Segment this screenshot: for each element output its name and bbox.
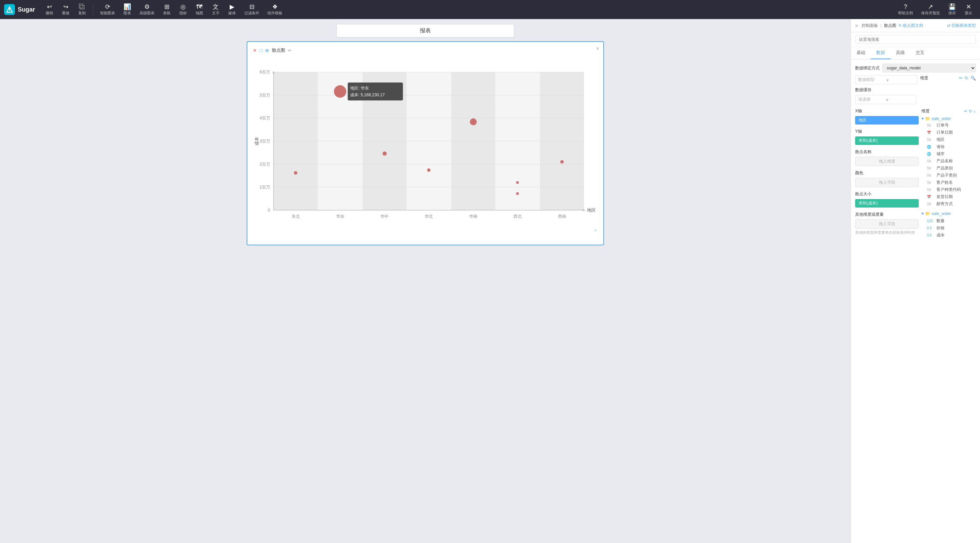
chart-edit-button[interactable]: ✏ bbox=[288, 48, 292, 53]
binding-mode-label: 数据绑定方式 bbox=[855, 65, 880, 71]
dim-item-ship-method[interactable]: Str 邮寄方式 bbox=[921, 200, 976, 208]
dim-item-city[interactable]: 🌐 城市 bbox=[921, 150, 976, 157]
edit-icon[interactable]: ✏ bbox=[964, 109, 967, 114]
dim-type-str-8: Str bbox=[927, 202, 934, 206]
dim-item-product-subcat[interactable]: Str 产品子类别 bbox=[921, 172, 976, 179]
dimension-folder[interactable]: ▾ 📁 sale_order bbox=[921, 115, 976, 122]
dim-item-order-date[interactable]: 📅 订单日期 bbox=[921, 129, 976, 136]
x-label-dongbei: 东北 bbox=[292, 214, 300, 219]
data-point-huadong[interactable] bbox=[334, 86, 347, 98]
dim-item-order-no[interactable]: Str 订单号 bbox=[921, 122, 976, 129]
chart-link-button[interactable]: □ bbox=[259, 48, 262, 53]
edit-dimension-button[interactable]: ✏ bbox=[959, 76, 963, 81]
undo-button[interactable]: ↩ 撤销 bbox=[42, 2, 57, 17]
data-point-huazhong[interactable] bbox=[382, 151, 387, 156]
chart-button[interactable]: 📊 图表 bbox=[120, 2, 135, 17]
x-axis-section: X轴 地区 bbox=[855, 108, 919, 124]
search-icon[interactable]: ⌕ bbox=[974, 109, 976, 114]
dim-item-province[interactable]: 🌐 省份 bbox=[921, 143, 976, 150]
table-button[interactable]: ⊞ 表格 bbox=[159, 2, 174, 17]
dim-name-city: 城市 bbox=[937, 151, 945, 157]
save-preview-icon: ↗ bbox=[928, 4, 933, 10]
canvas-area: 报表 ✕ □ ⊕ 散点图 ✏ ∨ bbox=[0, 19, 851, 543]
smart-chart-button[interactable]: ⟳ 智能图表 bbox=[97, 2, 118, 17]
toolbar: Sugar ↩ 撤销 ↪ 重做 ⿻ 复制 ⟳ 智能图表 📊 图表 ⚙ 高级图表 … bbox=[0, 0, 980, 19]
measure-folder[interactable]: ▾ 📁 sale_order bbox=[921, 210, 976, 218]
measure-item-quantity[interactable]: 123 数量 bbox=[921, 218, 976, 225]
data-cache-select[interactable]: 请选择 ∨ bbox=[855, 95, 916, 104]
dim-type-str-7: Str bbox=[927, 188, 934, 192]
switch-chart-link[interactable]: ⇄ 切换图表类型 bbox=[947, 23, 976, 29]
chart-collapse-button[interactable]: ∨ bbox=[596, 46, 599, 51]
dim-item-customer-name[interactable]: Str 客户姓名 bbox=[921, 179, 976, 186]
media-button[interactable]: ▶ 媒体 bbox=[224, 2, 240, 17]
x-label-xinan: 西南 bbox=[558, 214, 566, 219]
advanced-chart-button[interactable]: ⚙ 高级图表 bbox=[136, 2, 158, 17]
refresh-icon: ↻ bbox=[898, 23, 902, 28]
chart-close-button[interactable]: ✕ bbox=[253, 48, 257, 53]
y-label-0: 0 bbox=[268, 208, 270, 213]
table-label: 表格 bbox=[163, 11, 170, 16]
other-placeholder: 拖入字段 bbox=[855, 219, 919, 229]
dim-actions: ✏ ↻ ⌕ bbox=[964, 109, 976, 114]
panel-collapse-button[interactable]: » bbox=[855, 22, 858, 29]
filter-button[interactable]: ⊟ 过滤条件 bbox=[241, 2, 263, 17]
save-preview-button[interactable]: ↗ 保存并预览 bbox=[918, 2, 943, 17]
metric-icon: ◎ bbox=[180, 4, 186, 10]
dimension-measure-panel: 维度 ✏ ↻ 🔍 bbox=[920, 75, 976, 84]
data-point-xibei-2[interactable] bbox=[516, 192, 519, 195]
data-point-dongbei[interactable] bbox=[294, 171, 298, 175]
dim-type-globe-2: 🌐 bbox=[927, 152, 934, 156]
settings-search-input[interactable] bbox=[855, 35, 976, 44]
data-model-label: 数据模型 bbox=[858, 77, 886, 83]
dim-name-product-subcat: 产品子类别 bbox=[937, 173, 957, 178]
dim-item-region[interactable]: Str 地区 bbox=[921, 136, 976, 143]
component-button[interactable]: ❖ 组件模板 bbox=[264, 2, 286, 17]
dim-name-region: 地区 bbox=[937, 137, 945, 143]
exit-button[interactable]: ✕ 退出 bbox=[961, 2, 976, 17]
data-point-xibei-1[interactable] bbox=[516, 181, 519, 184]
save-button[interactable]: 💾 保存 bbox=[945, 2, 959, 17]
help-icon: ? bbox=[904, 4, 907, 10]
chart-header: ✕ □ ⊕ 散点图 ✏ bbox=[253, 47, 598, 53]
redo-button[interactable]: ↪ 重做 bbox=[58, 2, 73, 17]
data-point-xinan[interactable] bbox=[560, 160, 563, 164]
help-button[interactable]: ? 帮助文档 bbox=[894, 2, 916, 17]
tab-advanced[interactable]: 高级 bbox=[891, 47, 910, 59]
chart-resize-handle[interactable]: ⌟ bbox=[594, 226, 597, 232]
dim-item-product-name[interactable]: Str 产品名称 bbox=[921, 157, 976, 165]
dim-item-customer-code[interactable]: Str 客户种类代码 bbox=[921, 186, 976, 193]
color-section: 颜色 拖入字段 bbox=[855, 170, 919, 187]
y-axis-section: Y轴 求和(成本) bbox=[855, 129, 919, 145]
tab-basic[interactable]: 基础 bbox=[851, 47, 871, 59]
binding-mode-select[interactable]: sugar_data_model bbox=[882, 64, 976, 73]
app-name: Sugar bbox=[18, 6, 35, 13]
data-point-huabei[interactable] bbox=[427, 168, 430, 172]
tab-interact[interactable]: 交互 bbox=[910, 47, 930, 59]
save-preview-label: 保存并预览 bbox=[921, 11, 940, 16]
data-cache-placeholder: 请选择 bbox=[858, 97, 886, 102]
text-button[interactable]: 文 文字 bbox=[208, 2, 223, 17]
tab-data[interactable]: 数据 bbox=[871, 47, 891, 59]
measure-item-price[interactable]: 0.5 价格 bbox=[921, 225, 976, 232]
search-dimension-button[interactable]: 🔍 bbox=[970, 76, 976, 81]
refresh-icon-dim[interactable]: ↻ bbox=[969, 109, 972, 114]
x-axis-title: 地区 bbox=[587, 208, 596, 213]
dim-item-product-cat[interactable]: Str 产品类别 bbox=[921, 165, 976, 172]
dim-item-ship-date[interactable]: 📅 发货日期 bbox=[921, 193, 976, 200]
dim-type-str-5: Str bbox=[927, 173, 934, 177]
refresh-dimension-button[interactable]: ↻ bbox=[965, 76, 969, 81]
filter-label: 过滤条件 bbox=[244, 11, 259, 16]
doc-link[interactable]: ↻ 散点图文档 bbox=[898, 23, 923, 29]
data-point-huanan[interactable] bbox=[470, 118, 477, 125]
metric-button[interactable]: ◎ 指标 bbox=[176, 2, 191, 17]
measure-item-cost[interactable]: 0.5 成本 bbox=[921, 232, 976, 239]
copy-button[interactable]: ⿻ 复制 bbox=[75, 2, 89, 17]
chevron-down-icon: ∨ bbox=[886, 78, 914, 83]
chart-expand-button[interactable]: ⊕ bbox=[265, 48, 269, 53]
scatter-svg: 6百万 5百万 4百万 3百万 2百万 1百万 0 成本 东北 华东 华中 华北… bbox=[253, 56, 598, 233]
dim-type-date-1: 📅 bbox=[927, 131, 934, 134]
panel-body: 数据绑定方式 sugar_data_model 数据模型 ∨ 维度 ✏ bbox=[851, 60, 980, 543]
data-model-select[interactable]: 数据模型 ∨ bbox=[855, 75, 917, 84]
map-button[interactable]: 🗺 地图 bbox=[192, 2, 207, 17]
